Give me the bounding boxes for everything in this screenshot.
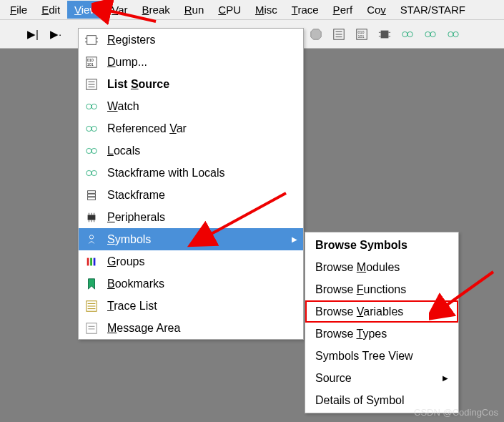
svg-point-32 bbox=[92, 104, 97, 109]
svg-rect-8 bbox=[381, 30, 389, 38]
svg-point-38 bbox=[87, 170, 92, 175]
submenu-item-label: Source bbox=[315, 372, 352, 385]
list-source-icon bbox=[84, 78, 99, 91]
menu-file[interactable]: File bbox=[3, 1, 34, 19]
menu-item-label: Registers bbox=[107, 34, 156, 46]
svg-point-16 bbox=[430, 31, 435, 36]
toolbar-step-end-icon[interactable]: ▶| bbox=[24, 26, 41, 43]
submenu-item-label: Browse Functions bbox=[315, 283, 406, 296]
svg-rect-42 bbox=[88, 197, 96, 200]
menu-var[interactable]: Var bbox=[104, 1, 134, 19]
toolbar-stop-icon[interactable] bbox=[307, 26, 325, 43]
menu-item-label: Locals bbox=[107, 144, 140, 157]
svg-point-15 bbox=[425, 31, 430, 36]
stackframe-locals-icon bbox=[84, 167, 99, 180]
dump-icon: 010101 bbox=[84, 56, 99, 69]
menu-item-referenced-var[interactable]: Referenced Var bbox=[79, 117, 303, 139]
submenu-item-label: Symbols Tree View bbox=[315, 350, 413, 363]
menu-item-stackframe[interactable]: Stackframe bbox=[79, 184, 303, 206]
submenu-arrow-icon: ▶ bbox=[292, 235, 297, 243]
submenu-browse-modules[interactable]: Browse Modules bbox=[305, 256, 458, 278]
menu-item-label: Dump... bbox=[107, 56, 147, 69]
symbols-submenu: Browse Symbols Browse Modules Browse Fun… bbox=[305, 232, 459, 413]
menubar: File Edit View Var Break Run CPU Misc Tr… bbox=[0, 0, 504, 20]
watch-icon bbox=[84, 100, 99, 113]
menu-cov[interactable]: Cov bbox=[360, 1, 393, 19]
svg-rect-43 bbox=[88, 215, 96, 220]
menu-break[interactable]: Break bbox=[135, 1, 177, 19]
svg-point-39 bbox=[92, 170, 97, 175]
toolbar-watch1-icon[interactable] bbox=[399, 26, 416, 43]
svg-point-35 bbox=[92, 126, 97, 131]
menu-item-label: Groups bbox=[107, 255, 144, 268]
svg-point-18 bbox=[453, 31, 458, 36]
toolbar-watch2-icon[interactable] bbox=[422, 26, 439, 43]
submenu-browse-functions[interactable]: Browse Functions bbox=[305, 278, 458, 300]
submenu-browse-types[interactable]: Browse Types bbox=[305, 323, 458, 345]
svg-rect-41 bbox=[88, 194, 96, 197]
trace-list-icon bbox=[84, 300, 99, 313]
toolbar-list-icon[interactable] bbox=[330, 26, 347, 43]
svg-point-36 bbox=[87, 148, 92, 153]
menu-item-bookmarks[interactable]: Bookmarks bbox=[79, 273, 303, 295]
menu-item-dump[interactable]: 010101 Dump... bbox=[79, 51, 303, 73]
toolbar-watch3-icon[interactable] bbox=[445, 26, 462, 43]
bookmarks-icon bbox=[84, 278, 99, 290]
peripherals-icon bbox=[84, 211, 99, 224]
submenu-symbols-tree-view[interactable]: Symbols Tree View bbox=[305, 345, 458, 367]
svg-point-13 bbox=[402, 31, 407, 36]
watermark: CSDN @CodingCos bbox=[414, 407, 498, 418]
menu-item-label: Stackframe with Locals bbox=[107, 167, 225, 180]
menu-item-trace-list[interactable]: Trace List bbox=[79, 295, 303, 317]
menu-item-stackframe-locals[interactable]: Stackframe with Locals bbox=[79, 162, 303, 184]
svg-point-17 bbox=[448, 31, 453, 36]
menu-edit[interactable]: Edit bbox=[34, 1, 67, 19]
submenu-browse-variables[interactable]: Browse Variables bbox=[305, 300, 458, 323]
menu-item-locals[interactable]: Locals bbox=[79, 139, 303, 162]
menu-item-registers[interactable]: Registers bbox=[79, 29, 303, 51]
menu-item-watch[interactable]: Watch bbox=[79, 95, 303, 117]
menu-item-message-area[interactable]: Message Area bbox=[79, 317, 303, 339]
menu-run[interactable]: Run bbox=[177, 1, 212, 19]
menu-view[interactable]: View bbox=[67, 1, 104, 19]
menu-item-label: List Source bbox=[107, 78, 169, 91]
submenu-source[interactable]: Source▶ bbox=[305, 367, 458, 389]
svg-rect-51 bbox=[87, 257, 89, 265]
svg-text:010: 010 bbox=[87, 58, 94, 62]
svg-point-31 bbox=[87, 104, 92, 109]
menu-star[interactable]: STAR/STARF bbox=[393, 1, 473, 19]
svg-text:101: 101 bbox=[358, 34, 365, 39]
view-dropdown: Registers 010101 Dump... List Source Wat… bbox=[78, 28, 304, 340]
stackframe-icon bbox=[84, 189, 99, 202]
toolbar-chip-icon[interactable] bbox=[376, 26, 393, 43]
svg-rect-53 bbox=[94, 257, 96, 265]
menu-item-peripherals[interactable]: Peripherals bbox=[79, 206, 303, 228]
toolbar-step-next-icon[interactable]: ▶· bbox=[47, 26, 64, 43]
menu-item-label: Referenced Var bbox=[107, 122, 187, 135]
menu-item-label: Stackframe bbox=[107, 189, 165, 202]
menu-item-label: Watch bbox=[107, 100, 139, 113]
toolbar-binary-icon[interactable]: 010101 bbox=[353, 26, 370, 43]
menu-item-list-source[interactable]: List Source bbox=[79, 73, 303, 95]
menu-perf[interactable]: Perf bbox=[326, 1, 360, 19]
submenu-item-label: Browse Types bbox=[315, 328, 387, 340]
menu-item-label: Message Area bbox=[107, 322, 180, 335]
svg-rect-40 bbox=[88, 190, 96, 193]
svg-point-14 bbox=[407, 31, 412, 36]
submenu-browse-symbols[interactable]: Browse Symbols bbox=[305, 234, 458, 256]
menu-item-symbols[interactable]: Symbols ▶ bbox=[79, 228, 303, 250]
menu-misc[interactable]: Misc bbox=[248, 1, 285, 19]
refvar-icon bbox=[84, 122, 99, 135]
submenu-arrow-icon: ▶ bbox=[443, 374, 448, 382]
registers-icon bbox=[84, 34, 99, 46]
svg-rect-58 bbox=[87, 323, 97, 333]
svg-point-50 bbox=[89, 235, 93, 238]
message-area-icon bbox=[84, 322, 99, 335]
groups-icon bbox=[84, 255, 99, 268]
menu-trace[interactable]: Trace bbox=[285, 1, 326, 19]
submenu-item-label: Browse Variables bbox=[315, 305, 403, 318]
svg-text:010: 010 bbox=[358, 30, 365, 34]
menu-item-groups[interactable]: Groups bbox=[79, 250, 303, 273]
svg-rect-52 bbox=[90, 257, 92, 265]
menu-cpu[interactable]: CPU bbox=[211, 1, 248, 19]
